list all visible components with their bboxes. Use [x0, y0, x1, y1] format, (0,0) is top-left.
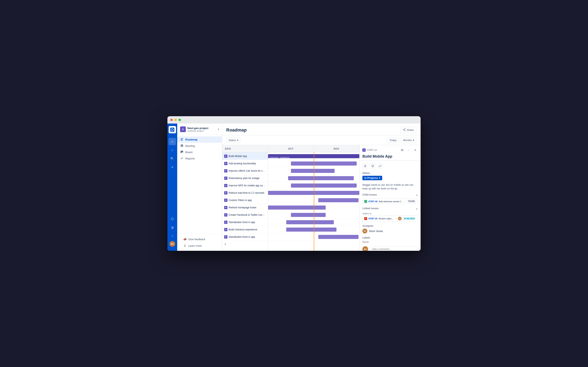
- linked-issues-label: Linked issues: [362, 207, 379, 210]
- toolbar: Status ▾ Today Months ▾: [222, 135, 421, 145]
- sidebar-item-reports-label: Reports: [185, 157, 195, 160]
- learn-more-item[interactable]: ℹ Learn more: [180, 243, 219, 249]
- add-linked-issue-button[interactable]: +: [416, 207, 418, 211]
- gantt-bar-10: [286, 220, 334, 224]
- maximize-dot[interactable]: [178, 119, 181, 121]
- main-header: Roadmap Share: [222, 124, 421, 135]
- epic-row-1[interactable]: ✦ Build Mobile App: [222, 152, 268, 160]
- child-button[interactable]: [370, 163, 375, 169]
- epic-row-11[interactable]: ✦ Build checkout experience: [222, 226, 268, 233]
- reports-nav-icon: [180, 157, 184, 160]
- close-detail-button[interactable]: ✕: [413, 148, 418, 152]
- app-window: ⌂ ☆ 🔍 + ⊞ ? SJ N: [167, 116, 421, 251]
- epic-icon-10: ✦: [224, 221, 227, 224]
- titlebar: [167, 116, 421, 124]
- close-dot[interactable]: [170, 119, 173, 121]
- svg-rect-9: [181, 151, 182, 153]
- child-issue-badge-1: TO DO: [407, 200, 416, 203]
- share-button[interactable]: Share: [400, 127, 416, 133]
- detail-body: Status In Progress ▾ Maggie wants to use…: [360, 161, 421, 251]
- svg-rect-5: [181, 140, 183, 141]
- sidebar-item-roadmap[interactable]: Roadmap: [177, 136, 222, 143]
- more-options-button[interactable]: ···: [406, 148, 411, 152]
- gantt-container: Epic ✦ Build Mobile App ✦ Add booking fu…: [222, 145, 421, 251]
- epic-row-9[interactable]: ✦ Create Facebook & Twitter connector: [222, 211, 268, 218]
- epic-row-8[interactable]: ✦ Refresh homepage footer: [222, 204, 268, 211]
- epic-label-11: Build checkout experience: [229, 228, 266, 231]
- sidebar: N Next-gen project Software project ▾ Ro…: [177, 124, 222, 251]
- project-icon: N: [180, 126, 186, 132]
- svg-rect-19: [373, 165, 374, 166]
- filter-group: Status ▾: [226, 137, 241, 143]
- month-oct: OCT: [268, 145, 314, 152]
- svg-rect-7: [181, 145, 183, 146]
- epic-row-12[interactable]: ✦ Standardize fonts in app: [222, 233, 268, 241]
- notifications-icon-btn[interactable]: [169, 215, 176, 223]
- relates-to-text: relates to: [362, 212, 418, 215]
- status-badge[interactable]: In Progress ▾: [362, 176, 382, 180]
- give-feedback-item[interactable]: 📣 Give feedback: [180, 236, 219, 242]
- months-button[interactable]: Months ▾: [401, 137, 416, 143]
- epic-label-4: Redundancy plan for outage: [229, 177, 266, 180]
- grid-icon-btn[interactable]: ⊞: [169, 224, 176, 231]
- share-icon: [403, 128, 406, 132]
- detail-id-icon: ✦: [362, 149, 366, 152]
- search-icon-btn[interactable]: 🔍: [169, 155, 176, 162]
- link-button[interactable]: [377, 163, 383, 169]
- epic-row-3[interactable]: ✦ Improve UMUX Lite Score for checko...: [222, 167, 268, 175]
- minimize-dot[interactable]: [174, 119, 177, 121]
- status-value: In Progress: [364, 176, 378, 179]
- svg-point-13: [403, 129, 404, 130]
- add-child-issue-button[interactable]: +: [416, 193, 418, 197]
- comment-row: SJ: [362, 246, 418, 251]
- gantt-bar-2: [291, 161, 357, 166]
- sidebar-item-roadmap-label: Roadmap: [185, 138, 198, 141]
- epic-row-5[interactable]: ✦ Improve NPS for mobile app users by ..…: [222, 182, 268, 189]
- help-icon-btn[interactable]: ?: [169, 233, 176, 240]
- backlog-nav-icon: [180, 144, 184, 148]
- epic-icon-1: ✦: [224, 155, 227, 158]
- epic-row-10[interactable]: ✦ Standardize fonts in app: [222, 218, 268, 226]
- attach-button[interactable]: [362, 163, 368, 169]
- epic-row-6[interactable]: ✦ Reduce load time to 2.2 seconds: [222, 189, 268, 197]
- linked-issue-badge-1: IN REVIEW: [403, 217, 416, 220]
- svg-rect-4: [181, 139, 182, 140]
- comment-input[interactable]: [370, 246, 418, 251]
- main-content: Roadmap Share Status ▾: [222, 124, 421, 251]
- give-feedback-label: Give feedback: [188, 238, 205, 241]
- today-line: [314, 152, 314, 251]
- home-icon-btn[interactable]: ⌂: [169, 138, 176, 145]
- sidebar-item-backlog[interactable]: Backlog: [177, 143, 222, 149]
- linked-issue-icon-1: ✗: [364, 217, 367, 220]
- gantt-bar-12: [318, 235, 359, 239]
- add-icon-btn[interactable]: +: [169, 164, 176, 171]
- epic-label-6: Reduce load time to 2.2 seconds: [229, 192, 266, 194]
- assignee-avatar: SJ: [362, 229, 367, 234]
- detail-header: ✦ ATMT-14 ··· ✕ Build Mobile App: [360, 145, 421, 161]
- linked-issue-id-1: ATMT-26: [368, 217, 378, 220]
- epic-row-4[interactable]: ✦ Redundancy plan for outage: [222, 175, 268, 182]
- header-actions: Share: [400, 127, 416, 133]
- child-issue-item-1[interactable]: ✓ ATMT-48 Add welcome screen for m... ↑ …: [362, 199, 418, 204]
- assignee-row: SJ Shuri Jones: [362, 229, 418, 234]
- status-filter-button[interactable]: Status ▾: [226, 137, 241, 143]
- linked-issue-item-1[interactable]: ✗ ATMT-26 Broken status ind... ↑ SJ IN R…: [362, 216, 418, 222]
- gantt-bar-5: [291, 184, 357, 188]
- sidebar-item-reports[interactable]: Reports: [177, 155, 222, 162]
- watch-button[interactable]: [400, 148, 405, 152]
- add-epic-button[interactable]: +: [222, 241, 268, 248]
- detail-id: ATMT-14: [367, 149, 398, 151]
- icon-bar: ⌂ ☆ 🔍 + ⊞ ? SJ: [167, 124, 177, 251]
- epic-label-12: Standardize fonts in app: [229, 235, 266, 238]
- sidebar-item-board[interactable]: Board: [177, 149, 222, 155]
- user-avatar[interactable]: SJ: [169, 241, 175, 247]
- project-chevron[interactable]: ▾: [218, 128, 219, 131]
- epic-icon-4: ✦: [224, 176, 227, 180]
- today-button[interactable]: Today: [387, 137, 399, 143]
- epic-row-7[interactable]: ✦ Custom Filters in app: [222, 197, 268, 204]
- epic-list: ✦ Build Mobile App ✦ Add booking functio…: [222, 152, 268, 251]
- child-issues-section: Child issues + ✓ ATMT-48 Add welcome scr…: [362, 193, 418, 204]
- epic-row-2[interactable]: ✦ Add booking functionality: [222, 160, 268, 167]
- epic-icon-2: ✦: [224, 162, 227, 165]
- star-icon-btn[interactable]: ☆: [169, 146, 176, 154]
